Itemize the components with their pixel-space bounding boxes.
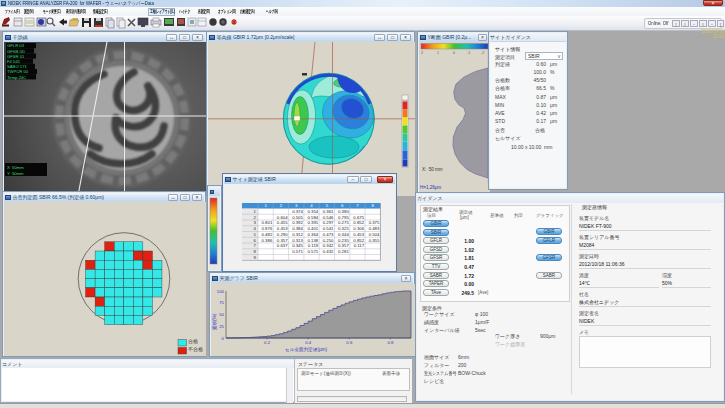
svg-text:X: 50 mm: X: 50 mm: [422, 167, 443, 172]
svg-text:0.355: 0.355: [369, 238, 380, 243]
svg-text:50: 50: [219, 312, 224, 317]
svg-text:0.117: 0.117: [354, 243, 365, 248]
svg-text:0.275: 0.275: [338, 220, 349, 225]
svg-text:セル全面判定値(μm): セル全面判定値(μm): [285, 346, 327, 353]
svg-text:0.375: 0.375: [369, 220, 380, 225]
svg-text:0.432: 0.432: [323, 249, 334, 254]
svg-text:0.380: 0.380: [338, 209, 349, 214]
svg-text:累積(%): 累積(%): [212, 313, 217, 330]
svg-text:0.801: 0.801: [262, 220, 273, 225]
svg-text:0.401: 0.401: [307, 226, 318, 231]
svg-text:0.357: 0.357: [338, 243, 349, 248]
svg-text:0.675: 0.675: [353, 215, 364, 220]
svg-text:0.138: 0.138: [307, 238, 318, 243]
svg-text:0.119: 0.119: [308, 243, 319, 248]
svg-text:0.2: 0.2: [264, 340, 271, 345]
svg-text:0.313: 0.313: [292, 238, 303, 243]
svg-text:H=1.26μm: H=1.26μm: [420, 185, 441, 190]
svg-text:0.357: 0.357: [277, 238, 288, 243]
svg-text:0.455: 0.455: [277, 220, 288, 225]
svg-text:0: 0: [453, 51, 455, 55]
svg-text:0.250: 0.250: [323, 238, 334, 243]
svg-text:0.453: 0.453: [353, 232, 364, 237]
svg-text:Y: 50mm: Y: 50mm: [7, 171, 24, 176]
svg-text:0.325: 0.325: [338, 226, 349, 231]
svg-text:0.473: 0.473: [323, 232, 334, 237]
svg-text:75: 75: [219, 300, 224, 305]
svg-text:0.584: 0.584: [307, 215, 318, 220]
svg-text:0.8: 0.8: [387, 340, 394, 345]
svg-text:0.876: 0.876: [262, 226, 273, 231]
svg-text:0.386: 0.386: [262, 238, 273, 243]
svg-text:0.364: 0.364: [307, 232, 318, 237]
svg-text:0.571: 0.571: [292, 249, 303, 254]
svg-text:0.482: 0.482: [262, 232, 273, 237]
svg-text:1: 1: [437, 51, 439, 55]
svg-text:2: 2: [421, 51, 423, 55]
svg-text:0.4: 0.4: [305, 340, 312, 345]
svg-text:0.384: 0.384: [292, 226, 303, 231]
svg-text:X: 50mm: X: 50mm: [7, 165, 24, 170]
svg-text:0.604: 0.604: [277, 215, 288, 220]
svg-text:0.637: 0.637: [277, 243, 288, 248]
svg-text:0.342: 0.342: [323, 243, 334, 248]
svg-text:100: 100: [217, 289, 225, 294]
svg-text:Temp 24C: Temp 24C: [7, 75, 26, 80]
svg-text:0.6: 0.6: [346, 340, 353, 345]
svg-text:0.453: 0.453: [277, 226, 288, 231]
svg-text:-1: -1: [467, 51, 470, 55]
svg-text:0.281: 0.281: [338, 249, 349, 254]
svg-text:0.546: 0.546: [323, 215, 334, 220]
svg-text:0.852: 0.852: [353, 238, 364, 243]
svg-text:0.483: 0.483: [369, 226, 380, 231]
svg-text:0.541: 0.541: [323, 226, 334, 231]
svg-text:0.290: 0.290: [277, 232, 288, 237]
svg-text:0.345: 0.345: [292, 243, 303, 248]
svg-text:0.361: 0.361: [323, 209, 334, 214]
svg-text:0.504: 0.504: [369, 232, 380, 237]
svg-text:25: 25: [219, 324, 224, 329]
svg-text:0.235: 0.235: [338, 238, 349, 243]
svg-text:0.391: 0.391: [307, 220, 318, 225]
svg-text:0.312: 0.312: [292, 232, 303, 237]
svg-text:0.306: 0.306: [353, 226, 364, 231]
svg-text:0.505: 0.505: [292, 215, 303, 220]
svg-text:0.795: 0.795: [338, 215, 349, 220]
svg-text:-2: -2: [481, 51, 484, 55]
svg-text:0.344: 0.344: [338, 232, 349, 237]
svg-text:0.852: 0.852: [353, 220, 364, 225]
svg-text:0.354: 0.354: [307, 209, 318, 214]
svg-text:0.374: 0.374: [292, 209, 303, 214]
svg-text:0.297: 0.297: [323, 220, 334, 225]
svg-text:0.571: 0.571: [307, 249, 318, 254]
svg-text:0.392: 0.392: [292, 220, 303, 225]
